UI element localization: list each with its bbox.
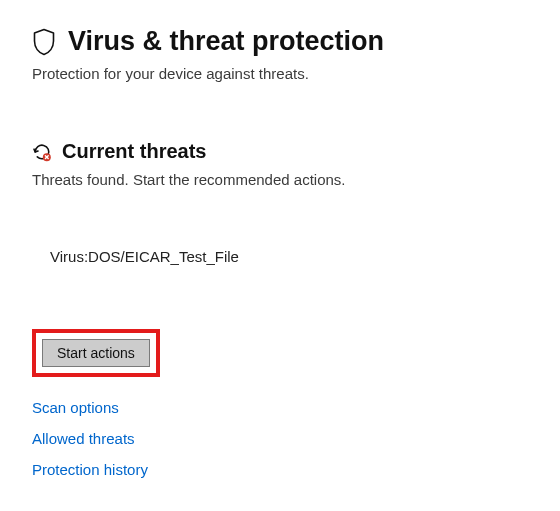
threat-history-icon	[32, 142, 52, 162]
shield-icon	[32, 28, 56, 56]
highlight-box: Start actions	[32, 329, 160, 377]
links-group: Scan options Allowed threats Protection …	[32, 399, 528, 478]
current-threats-section: Current threats Threats found. Start the…	[32, 140, 528, 478]
threat-item: Virus:DOS/EICAR_Test_File	[50, 248, 528, 265]
start-actions-row: Start actions	[32, 329, 528, 377]
current-threats-subtitle: Threats found. Start the recommended act…	[32, 171, 528, 188]
current-threats-header: Current threats	[32, 140, 528, 163]
page-subtitle: Protection for your device against threa…	[32, 65, 528, 82]
scan-options-link[interactable]: Scan options	[32, 399, 528, 416]
allowed-threats-link[interactable]: Allowed threats	[32, 430, 528, 447]
page-title: Virus & threat protection	[68, 26, 384, 57]
current-threats-title: Current threats	[62, 140, 206, 163]
page-header: Virus & threat protection	[32, 26, 528, 57]
protection-history-link[interactable]: Protection history	[32, 461, 528, 478]
start-actions-button[interactable]: Start actions	[42, 339, 150, 367]
